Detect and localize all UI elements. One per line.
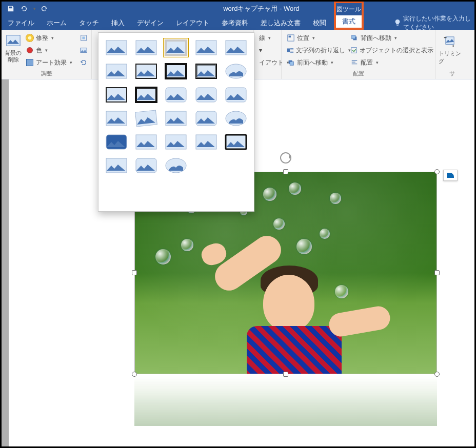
group-arrange-label: 配置 <box>285 70 432 78</box>
svg-rect-4 <box>289 36 291 38</box>
save-icon[interactable] <box>6 4 16 14</box>
resize-handle-n[interactable] <box>283 169 288 174</box>
send-backward-button[interactable]: 背面へ移動▾ <box>348 32 430 44</box>
redo-icon[interactable] <box>39 4 49 14</box>
picture-style-option[interactable] <box>133 156 159 175</box>
border-label: 線 <box>259 34 265 43</box>
tab-design[interactable]: デザイン <box>131 16 170 30</box>
picture-style-option[interactable] <box>104 156 129 175</box>
position-label: 位置 <box>297 34 309 43</box>
undo-icon[interactable] <box>19 4 29 14</box>
align-button[interactable]: 配置▾ <box>348 57 430 68</box>
color-button[interactable]: 色 ▾ <box>24 45 74 56</box>
resize-handle-w[interactable] <box>132 270 137 275</box>
bubble <box>289 182 301 195</box>
tab-format[interactable]: 書式 <box>336 15 362 28</box>
picture-style-option[interactable] <box>223 109 249 128</box>
bubble <box>273 218 285 230</box>
ribbon-tabs: ファイル ホーム タッチ 挿入 デザイン レイアウト 参考資料 差し込み文書 校… <box>2 16 474 30</box>
tell-me-box[interactable]: 実行したい作業を入力してください <box>358 16 474 30</box>
color-icon <box>26 46 34 54</box>
forward-icon <box>287 58 295 67</box>
svg-rect-10 <box>351 48 357 53</box>
picture-style-option[interactable] <box>104 85 129 105</box>
tab-insert[interactable]: 挿入 <box>105 16 131 30</box>
picture-style-option[interactable] <box>163 62 189 81</box>
bring-forward-button[interactable]: 前面へ移動▾ <box>285 57 346 68</box>
crop-button[interactable]: トリミング <box>439 32 461 65</box>
picture-style-option[interactable] <box>133 132 159 152</box>
picture-reflection <box>134 375 437 426</box>
picture-style-option[interactable] <box>223 38 249 57</box>
corrections-label: 修整 <box>36 34 48 43</box>
chevron-down-icon: ▾ <box>45 48 48 53</box>
chevron-down-icon: ▾ <box>51 35 54 40</box>
resize-handle-sw[interactable] <box>132 372 137 377</box>
picture-style-option[interactable] <box>193 85 219 105</box>
tab-home[interactable]: ホーム <box>41 16 73 30</box>
tab-mailings[interactable]: 差し込み文書 <box>254 16 307 30</box>
rotate-handle[interactable] <box>280 152 291 164</box>
resize-handle-se[interactable] <box>434 372 440 377</box>
crop-label: トリミング <box>439 50 461 65</box>
bubble <box>263 188 276 201</box>
artistic-effects-button[interactable]: アート効果 ▾ <box>24 57 74 68</box>
picture-style-option[interactable] <box>163 109 189 128</box>
resize-handle-ne[interactable] <box>434 169 440 174</box>
reset-picture-button[interactable] <box>77 57 90 68</box>
picture-style-option[interactable] <box>133 62 159 81</box>
compress-pictures-button[interactable] <box>77 32 90 44</box>
remove-background-button[interactable]: 背景の 削除 <box>5 32 22 63</box>
contextual-tab-label: 図ツール <box>334 1 364 15</box>
undo-dropdown-icon[interactable]: ▾ <box>33 6 36 11</box>
corrections-button[interactable]: 修整 ▾ <box>24 32 74 44</box>
picture-style-option[interactable] <box>223 132 249 152</box>
tab-touch[interactable]: タッチ <box>73 16 105 30</box>
tab-layout[interactable]: レイアウト <box>170 16 215 30</box>
compress-icon <box>80 34 88 42</box>
picture-style-option[interactable] <box>163 156 189 175</box>
picture-style-option[interactable] <box>223 85 249 105</box>
picture-style-option[interactable] <box>133 109 159 128</box>
picture-style-option[interactable] <box>104 38 129 57</box>
picture-style-option[interactable] <box>163 85 189 105</box>
picture-style-option[interactable] <box>223 62 249 81</box>
tab-review[interactable]: 校閲 <box>307 16 332 30</box>
forward-label: 前面へ移動 <box>297 58 328 67</box>
chevron-down-icon: ▾ <box>394 35 397 40</box>
color-label: 色 <box>36 46 42 55</box>
picture-style-option[interactable] <box>133 38 159 57</box>
reset-icon <box>80 58 88 67</box>
position-button[interactable]: 位置▾ <box>285 32 346 44</box>
selection-icon <box>350 46 358 54</box>
picture-style-option[interactable] <box>104 109 129 128</box>
picture-style-option[interactable] <box>104 132 129 152</box>
remove-background-icon <box>6 33 21 49</box>
resize-handle-e[interactable] <box>434 270 440 275</box>
resize-handle-s[interactable] <box>283 372 288 377</box>
tab-references[interactable]: 参考資料 <box>215 16 254 30</box>
wrap-icon <box>287 46 294 54</box>
layout-options-button[interactable] <box>443 170 458 181</box>
change-picture-icon <box>80 46 88 54</box>
artistic-icon <box>26 58 34 67</box>
change-picture-button[interactable] <box>77 45 90 56</box>
brightness-icon <box>26 34 34 42</box>
picture-style-option[interactable] <box>193 62 219 81</box>
picture-style-option[interactable] <box>133 85 159 105</box>
wrap-text-button[interactable]: 文字列の折り返し▾ <box>285 45 346 56</box>
picture-tools-label: 図ツール <box>336 5 361 14</box>
selection-pane-button[interactable]: オブジェクトの選択と表示 <box>348 45 430 56</box>
picture-style-option[interactable] <box>104 62 129 81</box>
picture-style-option[interactable] <box>193 38 219 57</box>
picture-style-option[interactable] <box>163 132 189 152</box>
group-arrange: 位置▾ 文字列の折り返し▾ 前面へ移動▾ 背面へ移動▾ オブ <box>282 30 435 79</box>
picture-style-option[interactable] <box>193 132 219 152</box>
position-icon <box>287 34 295 42</box>
chevron-down-icon: ▾ <box>70 60 72 65</box>
picture-style-option[interactable] <box>163 38 189 57</box>
title-bar: ▾ wordキャプチャ用 - Word <box>2 2 474 16</box>
picture-style-option[interactable] <box>193 109 219 128</box>
tab-file[interactable]: ファイル <box>2 16 41 30</box>
picture-styles-gallery[interactable] <box>98 32 254 212</box>
